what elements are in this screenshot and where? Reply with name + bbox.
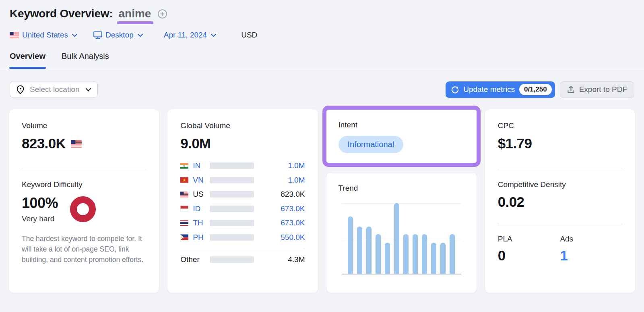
us-flag-icon	[180, 191, 188, 198]
keyword-difficulty-value: 100%	[22, 195, 58, 212]
country-volume-row: VN 1.0M	[180, 176, 305, 185]
device-label: Desktop	[105, 31, 134, 40]
trend-bar	[403, 234, 409, 274]
date-label: Apr 11, 2024	[164, 31, 207, 40]
pla-block: PLA 0	[498, 235, 560, 264]
country-volume-value[interactable]: 673.0K	[281, 204, 305, 213]
keyword-difficulty-description: The hardest keyword to compete for. It w…	[22, 234, 146, 265]
update-metrics-button[interactable]: Update metrics 0/1,250	[446, 81, 555, 98]
cpc-card: CPC $1.79 Competitive Density 0.02 PLA 0…	[485, 109, 636, 293]
country-dropdown[interactable]: United States	[10, 31, 77, 40]
tab-bulk-analysis[interactable]: Bulk Analysis	[62, 52, 109, 68]
country-volume-value: 823.0K	[281, 190, 305, 199]
country-volume-value[interactable]: 1.0M	[288, 176, 305, 185]
volume-difficulty-card: Volume 823.0K Keyword Difficulty 100% Ve…	[8, 109, 159, 293]
trend-bar	[440, 243, 446, 274]
intent-annotation-box: Intent Informational	[322, 106, 481, 167]
tab-bar: Overview Bulk Analysis	[0, 52, 644, 68]
select-location-dropdown[interactable]: Select location	[10, 81, 98, 98]
trend-bar	[450, 234, 455, 274]
country-code-link[interactable]: IN	[193, 161, 210, 170]
us-flag-icon	[10, 32, 19, 38]
toolbar: Select location Update metrics 0/1,250 E…	[10, 81, 634, 98]
date-dropdown[interactable]: Apr 11, 2024	[164, 31, 216, 40]
country-code-link[interactable]: ID	[193, 204, 210, 213]
competitive-density-label: Competitive Density	[498, 180, 622, 189]
country-code-link[interactable]: PH	[193, 233, 210, 242]
other-volume-row: Other 4.3M	[180, 255, 305, 264]
global-volume-card: Global Volume 9.0M IN 1.0M VN 1.0M	[167, 109, 318, 293]
keyword-highlight: anime	[118, 7, 151, 20]
ads-label: Ads	[560, 235, 622, 243]
page-header: Keyword Overview: anime United States De…	[0, 0, 644, 40]
volume-bar	[210, 220, 254, 226]
trend-bars	[339, 203, 464, 274]
volume-bar	[210, 256, 254, 263]
tab-overview[interactable]: Overview	[10, 52, 45, 68]
trend-bar	[357, 227, 362, 274]
us-flag-icon	[71, 140, 82, 148]
vietnam-flag-icon	[180, 177, 188, 183]
country-volume-value[interactable]: 1.0M	[288, 161, 305, 170]
keyword-difficulty-label: Keyword Difficulty	[22, 180, 146, 189]
country-volume-row: IN 1.0M	[180, 161, 305, 170]
trend-card: Trend	[326, 172, 477, 293]
chevron-down-icon	[211, 33, 216, 37]
trend-bar	[422, 234, 427, 274]
trend-bar	[376, 234, 381, 274]
page-title: Keyword Overview:	[10, 7, 113, 20]
card-divider	[498, 168, 622, 168]
volume-value: 823.0K	[22, 135, 66, 152]
indonesia-flag-icon	[180, 206, 188, 212]
trend-bar	[394, 203, 399, 274]
list-divider	[180, 249, 305, 249]
country-volume-row: TH 673.0K	[180, 218, 305, 227]
trend-bar	[413, 234, 418, 274]
country-volume-value[interactable]: 673.0K	[281, 218, 305, 227]
country-volume-row: ID 673.0K	[180, 204, 305, 213]
global-volume-label: Global Volume	[180, 121, 305, 130]
pla-value: 0	[498, 248, 560, 264]
country-code: US	[193, 190, 210, 199]
country-volume-row: US 823.0K	[180, 190, 305, 199]
keyword-purple-underline	[117, 21, 153, 24]
add-keyword-icon[interactable]	[157, 9, 167, 19]
volume-bar	[210, 234, 254, 241]
country-code-link[interactable]: TH	[193, 218, 210, 227]
chevron-down-icon	[72, 33, 77, 37]
export-upload-icon	[567, 85, 575, 94]
volume-bar	[210, 191, 254, 198]
country-volume-value[interactable]: 550.0K	[281, 233, 305, 242]
country-code-link[interactable]: VN	[193, 176, 210, 185]
chevron-down-icon	[86, 88, 91, 92]
other-label: Other	[180, 255, 210, 264]
global-volume-list: IN 1.0M VN 1.0M US 823.0K	[180, 161, 305, 264]
philippines-flag-icon	[180, 234, 188, 240]
export-to-pdf-label: Export to PDF	[579, 85, 627, 94]
desktop-icon	[93, 31, 102, 39]
volume-bar	[210, 177, 254, 183]
thailand-flag-icon	[180, 220, 188, 226]
intent-trend-column: Intent Informational Trend	[326, 109, 477, 293]
trend-bar	[385, 243, 390, 274]
intent-card: Intent Informational	[326, 110, 477, 163]
keyword-difficulty-level: Very hard	[22, 214, 58, 223]
intent-badge[interactable]: Informational	[339, 136, 404, 153]
ads-block: Ads 1	[560, 235, 622, 264]
trend-label: Trend	[339, 184, 464, 193]
cpc-label: CPC	[498, 121, 622, 130]
country-volume-row: PH 550.0K	[180, 233, 305, 242]
trend-bar	[431, 243, 436, 274]
keyword-text: anime	[118, 7, 151, 20]
volume-bar	[210, 206, 254, 212]
country-label: United States	[22, 31, 68, 40]
trend-bar-chart	[339, 203, 464, 274]
volume-label: Volume	[22, 121, 146, 130]
chart-baseline	[342, 274, 461, 275]
export-to-pdf-button[interactable]: Export to PDF	[560, 81, 634, 98]
location-pin-icon	[16, 85, 25, 94]
device-dropdown[interactable]: Desktop	[93, 31, 143, 40]
trend-bar	[348, 216, 353, 274]
trend-bar	[366, 227, 372, 274]
ads-value[interactable]: 1	[560, 248, 622, 264]
